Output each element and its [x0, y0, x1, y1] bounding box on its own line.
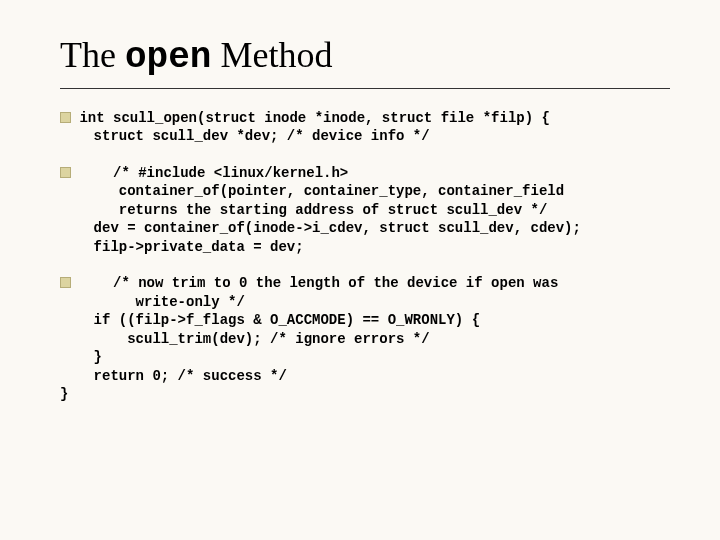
code-line: if ((filp->f_flags & O_ACCMODE) == O_WRO…	[60, 311, 670, 329]
title-post: Method	[211, 35, 332, 75]
slide: The open Method int scull_open(struct in…	[0, 0, 720, 540]
bullet-icon	[60, 167, 71, 178]
title-rule	[60, 88, 670, 89]
code-line: filp->private_data = dev;	[60, 238, 670, 256]
code-line: container_of(pointer, container_type, co…	[60, 182, 670, 200]
code-line: scull_trim(dev); /* ignore errors */	[60, 330, 670, 348]
code-line: int scull_open(struct inode *inode, stru…	[79, 110, 549, 126]
bullet-icon	[60, 277, 71, 288]
code-line: dev = container_of(inode->i_cdev, struct…	[60, 219, 670, 237]
slide-title: The open Method	[60, 34, 670, 78]
title-pre: The	[60, 35, 125, 75]
code-line: struct scull_dev *dev; /* device info */	[60, 127, 670, 145]
code-line: write-only */	[60, 293, 670, 311]
code-block-3: /* now trim to 0 the length of the devic…	[60, 274, 670, 403]
title-mono: open	[125, 37, 211, 78]
code-block-2: /* #include <linux/kernel.h> container_o…	[60, 164, 670, 256]
code-block-1: int scull_open(struct inode *inode, stru…	[60, 109, 670, 146]
code-line: /* #include <linux/kernel.h>	[79, 165, 348, 181]
code-line: }	[60, 348, 670, 366]
code-line: /* now trim to 0 the length of the devic…	[79, 275, 558, 291]
bullet-icon	[60, 112, 71, 123]
code-line: return 0; /* success */	[60, 367, 670, 385]
code-line: }	[60, 385, 670, 403]
code-line: returns the starting address of struct s…	[60, 201, 670, 219]
